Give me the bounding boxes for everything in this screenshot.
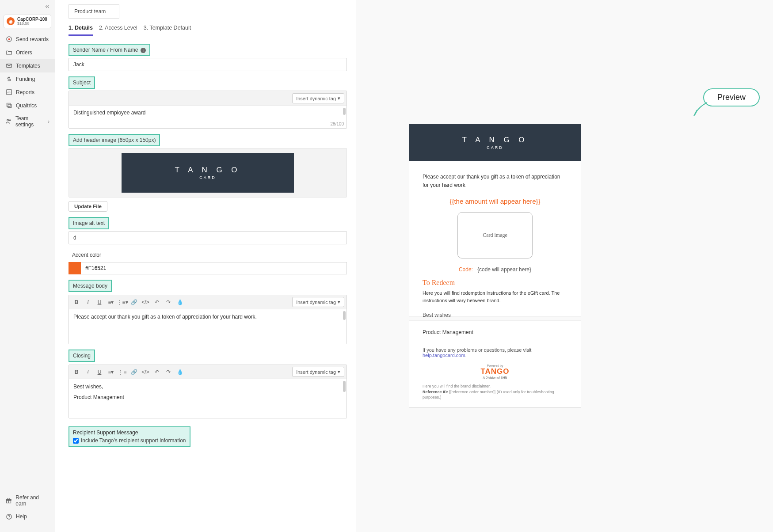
preview-code-row: Code: {code will appear here} [423, 266, 567, 273]
svg-rect-9 [8, 104, 11, 108]
undo-button[interactable]: ↶ [152, 297, 162, 307]
email-preview: T A N G O CARD Please accept our thank y… [409, 124, 581, 408]
sidebar-item-send-rewards[interactable]: Send rewards [0, 33, 55, 46]
link-button[interactable]: 🔗 [129, 367, 139, 377]
template-name-field[interactable]: Product team [69, 4, 119, 19]
svg-rect-8 [7, 103, 10, 107]
redo-button[interactable]: ↷ [163, 367, 174, 377]
label-subject: Subject [69, 76, 95, 89]
color-button[interactable]: 💧 [175, 367, 185, 377]
underline-button[interactable]: U [94, 367, 105, 377]
insert-dynamic-tag-button[interactable]: Insert dynamic tag▾ [292, 367, 344, 377]
alt-text-input[interactable] [69, 231, 347, 244]
message-body-toolbar: B I U ≡▾ ⋮≡▾ 🔗 </> ↶ ↷ 💧 Insert dynamic … [69, 295, 347, 309]
org-balance: $16.58 [17, 22, 47, 26]
bold-button[interactable]: B [71, 297, 82, 307]
org-logo-icon: ◉ [7, 17, 15, 25]
preview-header: T A N G O CARD [409, 124, 581, 161]
help-icon [5, 513, 12, 520]
preview-wrap: Preview T A N G O CARD Please accept our… [356, 0, 773, 532]
sidebar-label: Team settings [15, 115, 44, 128]
sidebar-label: Qualtrics [16, 103, 37, 109]
chevron-down-icon: ▾ [338, 369, 340, 375]
sidebar-item-help[interactable]: Help [0, 510, 55, 523]
label-recipient-support: Recipient Support Message [73, 429, 186, 436]
gift-icon [5, 497, 12, 504]
tab-access-level[interactable]: 2. Access Level [99, 25, 137, 36]
preview-closing: Product Management [423, 328, 567, 338]
envelope-icon [5, 62, 12, 69]
tab-details[interactable]: 1. Details [69, 25, 93, 36]
include-support-checkbox-row[interactable]: Include Tango's recipient support inform… [73, 437, 186, 444]
folder-icon [5, 49, 12, 56]
target-icon [5, 36, 12, 43]
code-button[interactable]: </> [140, 367, 151, 377]
insert-dynamic-tag-button[interactable]: Insert dynamic tag▾ [292, 93, 344, 103]
preview-redeem-text: Here you will find redemption instructio… [423, 289, 567, 304]
closing-input[interactable]: Best wishes, Product Management [69, 379, 347, 418]
sidebar-label: Templates [16, 63, 40, 69]
update-file-button[interactable]: Update File [69, 201, 107, 212]
color-button[interactable]: 💧 [175, 297, 185, 307]
underline-button[interactable]: U [94, 297, 105, 307]
scrollbar[interactable] [343, 108, 346, 115]
italic-button[interactable]: I [83, 367, 93, 377]
header-image-preview: T A N G O CARD [122, 153, 294, 193]
preview-help-text: If you have any problems or questions, p… [423, 347, 567, 358]
header-image-upload[interactable]: T A N G O CARD [69, 148, 347, 198]
chevron-right-icon: › [48, 118, 50, 125]
ordered-list-button[interactable]: ≡▾ [106, 367, 116, 377]
svg-point-1 [8, 38, 10, 40]
sidebar-item-reports[interactable]: Reports [0, 86, 55, 99]
include-support-checkbox[interactable] [73, 438, 79, 444]
subject-input[interactable]: Distinguished employee award 28/100 [69, 106, 347, 128]
message-body-input[interactable]: Please accept our thank you gift as a to… [69, 309, 347, 344]
tab-template-default[interactable]: 3. Template Default [144, 25, 191, 36]
sender-input[interactable] [69, 58, 347, 71]
chevron-down-icon: ▾ [338, 299, 340, 305]
label-accent-color: Accent color [69, 250, 105, 260]
sidebar-collapse-button[interactable] [0, 4, 55, 14]
form-panel: Product team 1. Details 2. Access Level … [55, 0, 356, 532]
sidebar-item-templates[interactable]: Templates [0, 59, 55, 72]
italic-button[interactable]: I [83, 297, 93, 307]
code-button[interactable]: </> [140, 297, 151, 307]
preview-callout: Preview [703, 88, 760, 106]
recipient-support-block: Recipient Support Message Include Tango'… [69, 426, 190, 447]
closing-toolbar: B I U ≡▾ ⋮≡ 🔗 </> ↶ ↷ 💧 Insert dynamic t… [69, 365, 347, 379]
svg-point-16 [9, 518, 9, 518]
users-icon [5, 118, 12, 125]
ordered-list-button[interactable]: ≡▾ [106, 297, 116, 307]
scrollbar[interactable] [343, 311, 346, 320]
undo-button[interactable]: ↶ [152, 367, 162, 377]
preview-redeem-title: To Redeem [423, 279, 567, 287]
unordered-list-button[interactable]: ⋮≡ [117, 367, 128, 377]
accent-color-input[interactable] [81, 262, 347, 274]
chart-icon [5, 89, 12, 96]
sidebar-item-team-settings[interactable]: Team settings › [0, 112, 55, 131]
accent-color-swatch[interactable] [69, 262, 81, 274]
label-closing: Closing [69, 350, 95, 362]
preview-disclaimer: Here you will find the brand disclaimer.… [423, 384, 567, 400]
sidebar-label: Funding [16, 76, 35, 82]
insert-dynamic-tag-button[interactable]: Insert dynamic tag▾ [292, 297, 344, 307]
sidebar-item-funding[interactable]: Funding [0, 72, 55, 86]
link-button[interactable]: 🔗 [129, 297, 139, 307]
scrollbar[interactable] [343, 381, 346, 392]
svg-point-10 [7, 120, 9, 122]
org-selector[interactable]: ◉ CapCORP-100 $16.58 [4, 15, 51, 28]
sidebar-label: Send rewards [16, 36, 49, 42]
label-header-image: Add header image (650px x 150px) [69, 134, 160, 146]
bold-button[interactable]: B [71, 367, 82, 377]
redo-button[interactable]: ↷ [163, 297, 174, 307]
sidebar-item-refer[interactable]: Refer and earn [0, 491, 55, 510]
unordered-list-button[interactable]: ⋮≡▾ [117, 297, 128, 307]
info-icon[interactable]: i [141, 48, 146, 53]
sidebar-item-orders[interactable]: Orders [0, 46, 55, 59]
sidebar: ◉ CapCORP-100 $16.58 Send rewards Orders… [0, 0, 55, 532]
form-tabs: 1. Details 2. Access Level 3. Template D… [69, 25, 347, 36]
preview-help-link[interactable]: help.tangocard.com [423, 353, 465, 358]
chevron-down-icon: ▾ [338, 95, 340, 101]
sidebar-item-qualtrics[interactable]: Qualtrics [0, 99, 55, 112]
sidebar-label: Refer and earn [15, 494, 50, 507]
